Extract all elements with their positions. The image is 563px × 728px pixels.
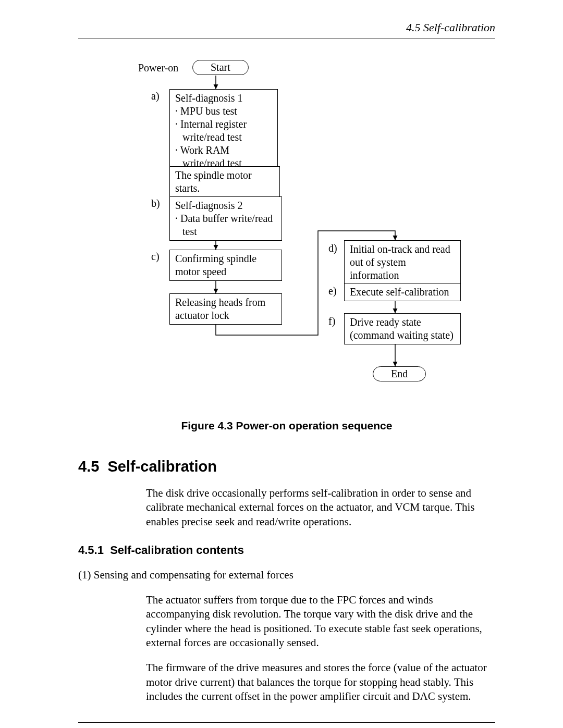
list-item-1-title: (1) Sensing and compensating for externa…: [78, 568, 495, 582]
label-e: e): [328, 285, 337, 297]
page-footer: C141-E042-01EN 4-7: [78, 722, 495, 728]
section-heading: 4.5 Self-calibration: [78, 458, 495, 475]
list-item-1-para-1: The actuator suffers from torque due to …: [146, 593, 495, 650]
figure-caption: Figure 4.3 Power-on operation sequence: [78, 419, 495, 432]
list-item-1-para-2: The firmware of the drive measures and s…: [146, 661, 495, 704]
box-self-calibration: Execute self-calibration: [344, 283, 461, 301]
box-spindle-starts: The spindle motor starts.: [169, 166, 280, 198]
box-self-diagnosis-1: Self-diagnosis 1 · MPU bus test · Intern…: [169, 89, 278, 172]
label-b: b): [151, 198, 160, 209]
label-a: a): [151, 90, 160, 102]
end-terminal: End: [373, 366, 426, 381]
running-header: 4.5 Self-calibration: [78, 21, 495, 39]
box-initial-ontrack: Initial on-track and read out of system …: [344, 240, 461, 285]
label-c: c): [151, 251, 160, 263]
power-on-label: Power-on: [138, 62, 178, 74]
section-intro-paragraph: The disk drive occasionally performs sel…: [146, 486, 495, 529]
label-d: d): [328, 242, 337, 254]
subsection-heading: 4.5.1 Self-calibration contents: [78, 544, 495, 557]
box-drive-ready: Drive ready state (command waiting state…: [344, 313, 461, 344]
box-release-heads: Releasing heads from actuator lock: [169, 293, 282, 325]
start-terminal: Start: [192, 60, 249, 75]
label-f: f): [328, 315, 335, 327]
box-self-diagnosis-2: Self-diagnosis 2 · Data buffer write/rea…: [169, 196, 282, 241]
flowchart: Power-on Start a) Self-diagnosis 1 · MPU…: [109, 60, 495, 404]
box-confirm-speed: Confirming spindle motor speed: [169, 250, 282, 281]
